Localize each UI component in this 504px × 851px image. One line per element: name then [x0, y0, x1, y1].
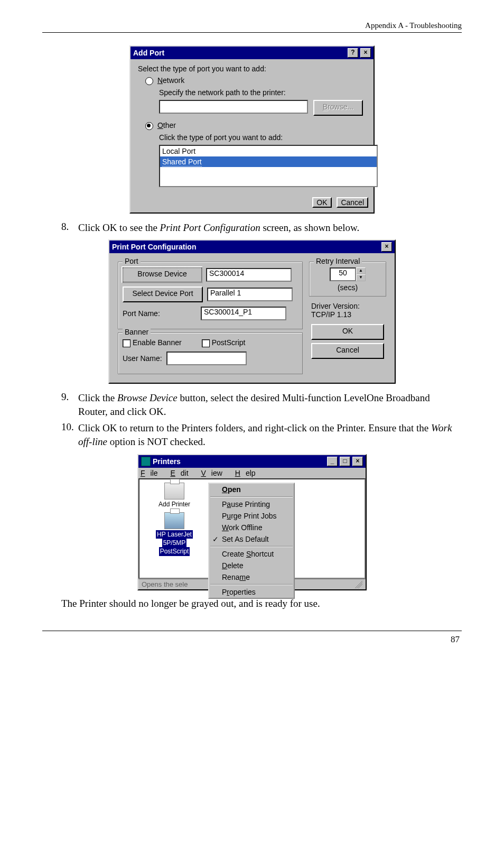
- retry-spinner[interactable]: 50 ▲▼: [330, 267, 366, 281]
- menu-create-shortcut[interactable]: Create Shortcut: [209, 548, 294, 560]
- port-name-value[interactable]: SC300014_P1: [201, 307, 286, 320]
- menu-rename[interactable]: Rename: [209, 571, 294, 583]
- postscript-checkbox[interactable]: [202, 339, 210, 347]
- other-radio[interactable]: [145, 122, 153, 130]
- cancel-button[interactable]: Cancel: [337, 197, 368, 208]
- step-10: 10. Click OK to return to the Printers f…: [61, 421, 462, 448]
- add-port-titlebar: Add Port ? ×: [130, 47, 374, 59]
- add-port-dialog: Add Port ? × Select the type of port you…: [129, 45, 375, 214]
- menu-edit[interactable]: Edit: [170, 469, 193, 477]
- menu-view[interactable]: View: [201, 469, 228, 477]
- port-group: Port Browse Device SC300014 Select Devic…: [118, 262, 303, 329]
- retry-value[interactable]: 50: [330, 267, 356, 281]
- close-button[interactable]: ×: [360, 48, 371, 58]
- minimize-button[interactable]: _: [327, 457, 338, 466]
- cancel-button[interactable]: Cancel: [311, 343, 384, 359]
- list-item-local[interactable]: Local Port: [160, 146, 377, 156]
- port-value[interactable]: Parallel 1: [207, 288, 293, 301]
- driver-version-label: Driver Version:: [311, 302, 384, 310]
- port-group-label: Port: [123, 257, 141, 265]
- selected-printer-label: HP LaserJet 5P/5MP PostScript: [143, 530, 206, 556]
- selected-printer-icon[interactable]: [164, 512, 184, 529]
- add-printer-label: Add Printer: [143, 501, 206, 508]
- printer-context-menu: Open Pause Printing Purge Print Jobs Wor…: [208, 483, 295, 599]
- printers-client-area: Add Printer HP LaserJet 5P/5MP PostScrip…: [138, 478, 366, 579]
- port-type-list[interactable]: Local Port Shared Port: [159, 145, 378, 187]
- select-device-port-button[interactable]: Select Device Port: [123, 286, 203, 302]
- add-port-prompt: Select the type of port you want to add:: [138, 64, 366, 73]
- ppc-title: Print Port Configuration: [112, 243, 379, 251]
- ok-button[interactable]: OK: [312, 197, 331, 208]
- menu-pause-printing[interactable]: Pause Printing: [209, 498, 294, 510]
- username-label: User Name:: [123, 354, 162, 363]
- list-item-shared[interactable]: Shared Port: [160, 156, 377, 167]
- print-port-config-dialog: Print Port Configuration × Port Browse D…: [108, 239, 396, 384]
- browse-device-button[interactable]: Browse Device: [123, 267, 202, 282]
- menu-open[interactable]: Open: [209, 484, 294, 495]
- other-radio-label: Other: [157, 121, 176, 130]
- header-rule: [42, 32, 462, 33]
- menu-properties[interactable]: Properties: [209, 586, 294, 598]
- add-printer-icon[interactable]: [164, 483, 184, 500]
- menu-bar: File Edit View Help: [138, 468, 366, 478]
- menu-work-offline[interactable]: Work Offline: [209, 522, 294, 533]
- ppc-titlebar: Print Port Configuration ×: [109, 240, 395, 253]
- printers-window: Printers _ □ × File Edit View Help Add P…: [137, 454, 367, 590]
- menu-help[interactable]: Help: [235, 469, 261, 477]
- page-number: 87: [42, 634, 462, 645]
- ok-button[interactable]: OK: [311, 324, 384, 340]
- close-button[interactable]: ×: [381, 242, 392, 252]
- secs-label: (secs): [314, 283, 381, 292]
- other-hint: Click the type of port you want to add:: [159, 133, 366, 142]
- close-button[interactable]: ×: [352, 457, 363, 466]
- username-input[interactable]: [166, 352, 247, 365]
- add-port-title: Add Port: [133, 49, 346, 57]
- ending-paragraph: The Printer should no longer be grayed o…: [61, 598, 462, 609]
- enable-banner-label: Enable Banner: [133, 338, 182, 347]
- retry-group-label: Retry Interval: [314, 257, 362, 265]
- driver-version-value: TCP/IP 1.13: [311, 310, 384, 319]
- printers-title: Printers: [153, 457, 325, 466]
- spin-down-icon[interactable]: ▼: [356, 274, 366, 281]
- port-name-label: Port Name:: [123, 309, 197, 318]
- network-path-input[interactable]: [159, 100, 308, 114]
- banner-group: Banner Enable Banner PostScript User Nam…: [118, 332, 303, 374]
- enable-banner-checkbox[interactable]: [123, 339, 130, 347]
- page-header: Appendix A - Troubleshooting: [42, 21, 462, 32]
- maximize-button[interactable]: □: [340, 457, 350, 466]
- browse-button[interactable]: Browse...: [313, 100, 363, 116]
- spin-up-icon[interactable]: ▲: [356, 267, 366, 274]
- network-hint: Specify the network path to the printer:: [159, 88, 366, 97]
- printers-titlebar: Printers _ □ ×: [138, 455, 366, 468]
- banner-group-label: Banner: [123, 328, 151, 336]
- help-button[interactable]: ?: [348, 48, 358, 58]
- network-radio[interactable]: [145, 77, 153, 85]
- menu-delete[interactable]: Delete: [209, 560, 294, 571]
- step-9: 9. Click the Browse Device button, selec…: [61, 391, 462, 418]
- menu-purge-print-jobs[interactable]: Purge Print Jobs: [209, 510, 294, 522]
- step-8: 8. Click OK to see the Print Port Config…: [61, 221, 462, 235]
- printers-icon: [141, 457, 151, 466]
- menu-set-as-default[interactable]: Set As Default: [209, 533, 294, 545]
- footer-rule: [42, 631, 462, 631]
- retry-group: Retry Interval 50 ▲▼ (secs): [309, 262, 386, 297]
- postscript-label: PostScript: [212, 338, 246, 347]
- menu-file[interactable]: File: [141, 469, 163, 477]
- network-radio-label: Network: [157, 76, 184, 85]
- device-value[interactable]: SC300014: [206, 268, 292, 282]
- resize-grip-icon[interactable]: [355, 580, 362, 588]
